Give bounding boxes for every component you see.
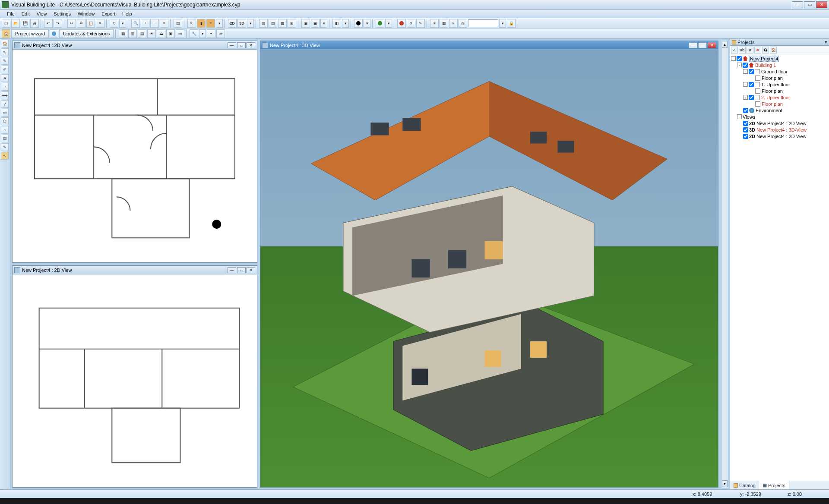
tree-upper2-plan[interactable]: Floor plan [731, 101, 828, 107]
lt-poly-icon[interactable]: ⬠ [1, 117, 9, 125]
delete-icon[interactable]: ✕ [754, 47, 761, 54]
compass-icon[interactable]: ✳ [449, 19, 458, 28]
menu-help[interactable]: Help [119, 10, 136, 17]
color-green-icon[interactable] [376, 19, 384, 28]
document-icon[interactable]: ▤ [174, 19, 182, 28]
align-dropdown[interactable]: ▾ [216, 19, 223, 28]
terrain-icon[interactable]: ⛰ [157, 29, 165, 38]
selection-icon[interactable]: ▭ [176, 29, 184, 38]
tree-upper1-plan[interactable]: Floor plan [731, 88, 828, 94]
sun-icon[interactable]: ☀ [430, 19, 439, 28]
time-input[interactable] [468, 19, 498, 27]
tree-upper1[interactable]: - 1. Upper floor [731, 81, 828, 88]
paste-button[interactable]: 📋 [86, 19, 95, 28]
menu-view[interactable]: View [33, 10, 51, 17]
time-dropdown[interactable]: ▾ [499, 19, 506, 28]
snap-icon[interactable]: ▤ [138, 29, 146, 38]
tree-upper2[interactable]: - 2. Upper floor [731, 94, 828, 101]
cube-icon[interactable]: ◧ [332, 19, 341, 28]
cursor-icon[interactable]: ↖ [187, 19, 196, 28]
tree-ground-floor[interactable]: - Ground floor [731, 68, 828, 75]
lt-rect-icon[interactable]: ▭ [1, 109, 9, 117]
wall-icon[interactable]: ▮ [197, 19, 206, 28]
window-2d-a-max[interactable]: ▭ [237, 42, 246, 48]
globe-icon[interactable] [50, 29, 58, 38]
color-red-icon[interactable] [397, 19, 406, 28]
menu-window[interactable]: Window [74, 10, 98, 17]
project-tree[interactable]: - New Project4 - Building 1 - Ground flo… [730, 54, 829, 481]
zoom-out-button[interactable]: － [150, 19, 159, 28]
window-3d-min[interactable]: — [689, 42, 697, 48]
print-button[interactable]: 🖨 [30, 19, 39, 28]
lt-brush-icon[interactable]: ✐ [1, 66, 9, 73]
window-2d-b-close[interactable]: ✕ [247, 267, 255, 273]
color-black-dropdown[interactable]: ▾ [364, 19, 370, 28]
lt-select-icon[interactable]: ↖ [1, 152, 9, 160]
window-3d-titlebar[interactable]: New Project4 : 3D-View — ▭ ✕ [260, 41, 718, 50]
menu-file[interactable]: File [3, 10, 18, 17]
zoom-fit-button[interactable]: 🔍 [131, 19, 140, 28]
lt-paint-icon[interactable]: ✎ [1, 143, 9, 151]
tree-environment[interactable]: Environment [731, 107, 828, 113]
window-tile-h-button[interactable]: ▥ [259, 19, 268, 28]
layers-icon[interactable]: ▱ [216, 29, 225, 38]
undo-button[interactable]: ↶ [44, 19, 53, 28]
tree-view-3[interactable]: 2D New Project4 : 2D View [731, 133, 828, 139]
rotate-button[interactable]: ⟲ [110, 19, 118, 28]
window-2d-a-close[interactable]: ✕ [247, 42, 255, 48]
overlay-icon[interactable]: ▣ [166, 29, 175, 38]
updates-button[interactable]: Updates & Extensions [59, 29, 114, 38]
minimize-button[interactable]: — [792, 1, 803, 8]
lt-pencil-icon[interactable]: ✎ [1, 57, 9, 65]
lt-stairs-icon[interactable]: ▤ [1, 135, 9, 142]
window-2d-b-body[interactable] [13, 274, 257, 487]
save-button[interactable]: 💾 [21, 19, 29, 28]
menu-edit[interactable]: Edit [18, 10, 33, 17]
project-wizard-button[interactable]: Project wizard [11, 29, 49, 38]
rotate-dropdown[interactable]: ▾ [119, 19, 126, 28]
window-2d-a-min[interactable]: — [228, 42, 236, 48]
projects-panel-header[interactable]: Projects ▾ [730, 39, 829, 46]
new-button[interactable]: ▢ [2, 19, 10, 28]
sun2-icon[interactable]: ☀ [147, 29, 156, 38]
tree-ground-plan[interactable]: Floor plan [731, 75, 828, 81]
calendar-icon[interactable]: ▦ [440, 19, 448, 28]
delete-button[interactable]: ✕ [96, 19, 104, 28]
tab-catalog[interactable]: Catalog [730, 481, 759, 489]
check-icon[interactable]: ✓ [731, 47, 738, 54]
window-3d-body[interactable] [260, 50, 718, 487]
lt-measure-icon[interactable]: ↔ [1, 83, 9, 91]
wand-icon[interactable]: ✎ [416, 19, 425, 28]
window-grid-button[interactable]: ⊞ [288, 19, 296, 28]
star-icon[interactable]: ✦ [207, 29, 215, 38]
lt-building-icon[interactable]: 🏠 [1, 40, 9, 47]
window-3d-close[interactable]: ✕ [708, 42, 716, 48]
panel-menu-icon[interactable]: ▾ [825, 39, 827, 45]
window-2d-b-min[interactable]: — [228, 267, 236, 273]
window-2d-b-titlebar[interactable]: New Project4 : 2D View — ▭ ✕ [13, 266, 257, 274]
tree-view-2[interactable]: 3D New Project4 : 3D-View [731, 126, 828, 133]
scroll-down-icon[interactable]: ▼ [722, 480, 728, 487]
menu-export[interactable]: Export [98, 10, 119, 17]
lock-icon[interactable]: 🔒 [507, 19, 516, 28]
move-up-icon[interactable]: ⮉ [762, 47, 769, 54]
layer-dropdown[interactable]: ▾ [320, 19, 327, 28]
lt-text-icon[interactable]: A [1, 74, 9, 82]
window-cascade-button[interactable]: ▦ [278, 19, 287, 28]
lt-cursor-icon[interactable]: ↖ [1, 48, 9, 56]
zoom-window-button[interactable]: ⧈ [160, 19, 168, 28]
window-tile-v-button[interactable]: ▤ [269, 19, 277, 28]
os-taskbar[interactable] [0, 498, 829, 504]
window-3d-max[interactable]: ▭ [698, 42, 707, 48]
color-green-dropdown[interactable]: ▾ [385, 19, 392, 28]
view-3d-dropdown[interactable]: ▾ [247, 19, 254, 28]
help-icon[interactable]: ? [407, 19, 415, 28]
redo-button[interactable]: ↷ [54, 19, 62, 28]
color-black-icon[interactable] [354, 19, 363, 28]
home2-icon[interactable]: 🏠 [770, 47, 777, 54]
open-button[interactable]: 📂 [11, 19, 20, 28]
scroll-up-icon[interactable]: ▲ [722, 41, 728, 48]
cube-dropdown[interactable]: ▾ [342, 19, 349, 28]
mdi-scrollbar[interactable]: ▲ ▼ [721, 41, 728, 488]
window-2d-b-max[interactable]: ▭ [237, 267, 246, 273]
